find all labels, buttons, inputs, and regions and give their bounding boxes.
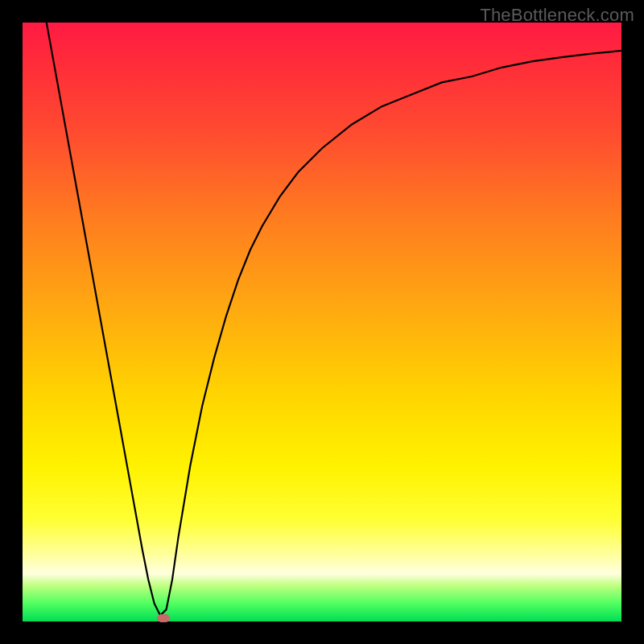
chart-frame: TheBottleneck.com — [0, 0, 644, 644]
plot-area — [23, 23, 621, 621]
curve-path — [47, 23, 621, 616]
watermark-text: TheBottleneck.com — [480, 5, 634, 26]
optimal-point-marker — [157, 614, 170, 622]
bottleneck-curve — [23, 23, 621, 621]
